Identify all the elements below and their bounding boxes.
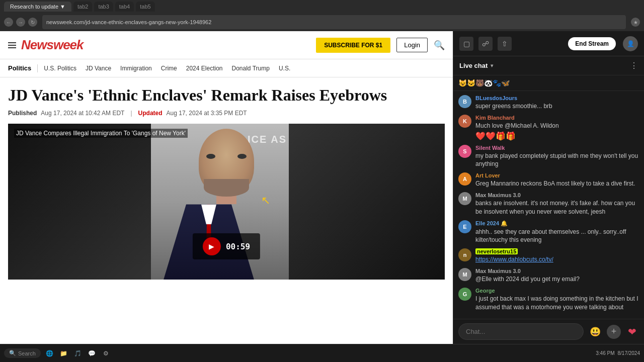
chat-body-2: Silent Walk my bank played completely st… bbox=[475, 145, 639, 169]
chat-body-3: Art Lover Greg Mannarino reckons BoA mos… bbox=[475, 172, 639, 188]
chat-text-3: Greg Mannarino reckons BoA most likely t… bbox=[475, 179, 639, 188]
taskbar-search[interactable]: 🔍 Search bbox=[4, 348, 41, 358]
video-container[interactable]: JD Vance Compares Illegal Immigration To… bbox=[8, 124, 445, 280]
taskbar-date: 8/17/2024 bbox=[618, 350, 640, 356]
live-chat-header: Live chat ▾ ⋮ bbox=[453, 56, 644, 75]
chat-text-8: I just got back max I was doing somethin… bbox=[475, 295, 639, 312]
nav-donald-trump[interactable]: Donald Trump bbox=[232, 65, 270, 72]
chat-body-0: BLuesdosJours super greens smoothie... b… bbox=[475, 95, 639, 111]
chat-emojis-1: ❤️❤️🎁🎁 bbox=[475, 131, 639, 141]
tab-inactive-2[interactable]: tab3 bbox=[94, 2, 113, 12]
stream-header-icons: End Stream 👤 bbox=[568, 36, 638, 51]
nav-immigration[interactable]: Immigration bbox=[120, 65, 152, 72]
chat-avatar-8: G bbox=[458, 288, 471, 301]
chat-message-3: A Art Lover Greg Mannarino reckons BoA m… bbox=[458, 172, 639, 188]
chat-avatar-2: S bbox=[458, 145, 471, 158]
chat-username-3: Art Lover bbox=[475, 172, 639, 178]
chat-message-4: M Max Maximus 3.0 banks are insolvent. i… bbox=[458, 192, 639, 216]
back-button[interactable]: ← bbox=[4, 18, 13, 27]
chat-text-0: super greens smoothie... brb bbox=[475, 102, 639, 111]
forward-button[interactable]: → bbox=[16, 18, 25, 27]
header-actions: SUBSCRIBE FOR $1 Login 🔍 bbox=[316, 38, 445, 53]
tab-bar: Research to update ▼ tab2 tab3 tab4 tab5 bbox=[0, 0, 644, 13]
stream-share-icon: ⇧ bbox=[498, 37, 512, 51]
nav-crime[interactable]: Crime bbox=[161, 65, 177, 72]
newsweek-logo: Newsweek bbox=[21, 37, 84, 53]
chat-text-7: @Elle with 2024 did you get my email? bbox=[475, 275, 639, 284]
tab-inactive-3[interactable]: tab4 bbox=[115, 2, 134, 12]
chat-url-6[interactable]: https://www.dahlobcuts.co/tv/ bbox=[475, 256, 553, 263]
chat-text-1: Much love @Michael A. Wildon bbox=[475, 122, 639, 130]
logo-area: Newsweek bbox=[8, 37, 84, 53]
stream-header: ▢ ☍ ⇧ End Stream 👤 bbox=[453, 31, 644, 56]
live-chat-label: Live chat bbox=[459, 62, 488, 69]
chat-username-2: Silent Walk bbox=[475, 145, 639, 151]
bookmark-button[interactable]: ★ bbox=[631, 18, 640, 27]
meta-separator: | bbox=[130, 110, 132, 117]
chat-message-1: K Kim Blanchard Much love @Michael A. Wi… bbox=[458, 115, 639, 141]
chat-input[interactable] bbox=[458, 323, 584, 340]
chat-avatar-6: n bbox=[458, 248, 471, 261]
end-stream-button[interactable]: End Stream bbox=[568, 37, 616, 50]
newsweek-header: Newsweek SUBSCRIBE FOR $1 Login 🔍 bbox=[0, 31, 453, 59]
stream-user-avatar: 👤 bbox=[623, 36, 638, 51]
play-overlay[interactable]: ▶ 00:59 bbox=[193, 233, 260, 259]
chat-body-6: neverlosetru15 https://www.dahlobcuts.co… bbox=[475, 248, 639, 264]
highlight-username-6: neverlosetru15 bbox=[475, 248, 518, 254]
main-area: Newsweek SUBSCRIBE FOR $1 Login 🔍 Politi… bbox=[0, 31, 644, 344]
chat-body-7: Max Maximus 3.0 @Elle with 2024 did you … bbox=[475, 268, 639, 284]
taskbar-icon-2[interactable]: 📁 bbox=[58, 347, 70, 359]
chat-message-7: M Max Maximus 3.0 @Elle with 2024 did yo… bbox=[458, 268, 639, 284]
taskbar-icons: 🌐 📁 🎵 💬 ⚙ bbox=[44, 347, 112, 359]
chevron-down-icon: ▾ bbox=[491, 63, 493, 68]
chat-username-5: Elle 2024 🔔 bbox=[475, 220, 639, 227]
chat-plus-button[interactable]: + bbox=[607, 325, 621, 339]
nav-2024-election[interactable]: 2024 Election bbox=[186, 65, 223, 72]
live-chat-title[interactable]: Live chat ▾ bbox=[459, 62, 493, 69]
taskbar-left: 🔍 Search 🌐 📁 🎵 💬 ⚙ bbox=[4, 347, 112, 359]
browser-nav-bar: ← → ↻ newsweek.com/jd-vance-ethnic-encla… bbox=[0, 13, 644, 31]
stream-header-left: ▢ ☍ ⇧ bbox=[459, 37, 512, 51]
taskbar-icon-4[interactable]: 💬 bbox=[86, 347, 98, 359]
chat-messages: B BLuesdosJours super greens smoothie...… bbox=[453, 91, 644, 319]
article-headline: JD Vance's 'Ethnic Enclaves' Remark Rais… bbox=[8, 85, 445, 105]
play-button[interactable]: ▶ bbox=[203, 237, 221, 255]
video-caption: JD Vance Compares Illegal Immigration To… bbox=[14, 129, 188, 138]
login-button[interactable]: Login bbox=[396, 38, 428, 52]
tab-active[interactable]: Research to update ▼ bbox=[4, 2, 71, 12]
taskbar-icon-1[interactable]: 🌐 bbox=[44, 347, 56, 359]
chat-avatar-5: E bbox=[458, 220, 471, 233]
chat-message-8: G George I just got back max I was doing… bbox=[458, 288, 639, 312]
search-button[interactable]: 🔍 bbox=[434, 40, 445, 51]
newsweek-nav: Politics U.S. Politics JD Vance Immigrat… bbox=[0, 59, 453, 77]
stream-window-icon: ▢ bbox=[459, 37, 473, 51]
taskbar-icon-3[interactable]: 🎵 bbox=[72, 347, 84, 359]
taskbar-icon-5[interactable]: ⚙ bbox=[100, 347, 112, 359]
taskbar-right: 3:46 PM 8/17/2024 bbox=[596, 350, 640, 356]
refresh-button[interactable]: ↻ bbox=[28, 18, 37, 27]
nav-us-politics[interactable]: U.S. Politics bbox=[44, 65, 76, 72]
chat-more-button[interactable]: ⋮ bbox=[630, 61, 638, 70]
subscribe-button[interactable]: SUBSCRIBE FOR $1 bbox=[316, 38, 390, 53]
chat-link-6[interactable]: https://www.dahlobcuts.co/tv/ bbox=[475, 255, 639, 264]
hamburger-menu[interactable] bbox=[8, 42, 16, 48]
tab-inactive-1[interactable]: tab2 bbox=[73, 2, 92, 12]
chat-avatar-3: A bbox=[458, 172, 471, 186]
chat-username-6: neverlosetru15 bbox=[475, 248, 639, 254]
chat-body-8: George I just got back max I was doing s… bbox=[475, 288, 639, 312]
article-meta: Published Aug 17, 2024 at 10:42 AM EDT |… bbox=[8, 110, 445, 117]
published-date: Aug 17, 2024 at 10:42 AM EDT bbox=[41, 110, 124, 117]
tab-inactive-4[interactable]: tab5 bbox=[136, 2, 154, 12]
address-bar[interactable]: newsweek.com/jd-vance-ethnic-enclaves-ga… bbox=[42, 15, 626, 29]
emoji-button[interactable]: 😃 bbox=[588, 324, 603, 339]
chat-heart-button[interactable]: ❤ bbox=[625, 325, 639, 339]
nav-divider bbox=[37, 64, 38, 72]
chat-text-5: ahhh.. see they care about themselves ..… bbox=[475, 228, 639, 245]
chat-username-8: George bbox=[475, 288, 639, 294]
nav-jd-vance[interactable]: JD Vance bbox=[86, 65, 111, 72]
chat-text-2: my bank played completely stupid with me… bbox=[475, 152, 639, 169]
taskbar: 🔍 Search 🌐 📁 🎵 💬 ⚙ 3:46 PM 8/17/2024 bbox=[0, 344, 644, 362]
chat-message-0: B BLuesdosJours super greens smoothie...… bbox=[458, 95, 639, 111]
nav-politics[interactable]: Politics bbox=[8, 64, 31, 72]
nav-us[interactable]: U.S. bbox=[279, 65, 290, 72]
